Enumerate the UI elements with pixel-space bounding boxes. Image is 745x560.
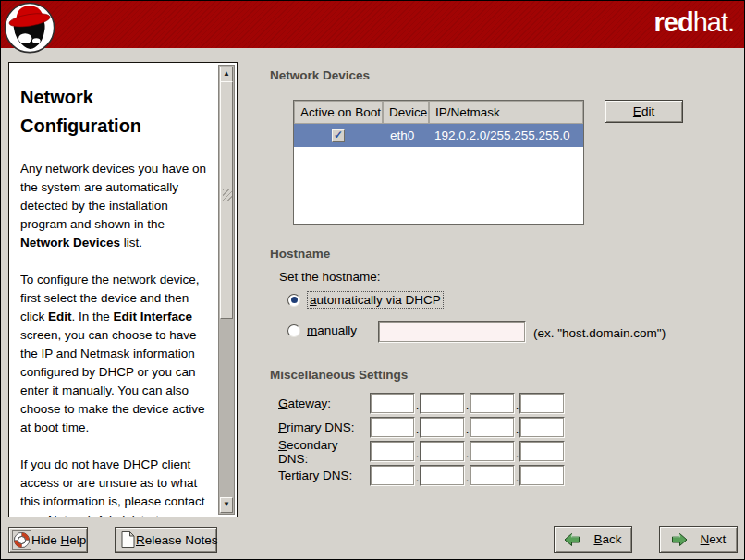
secondary-dns-octet-3[interactable] xyxy=(470,441,515,462)
tertiary-dns-row: Tertiary DNS: . . . xyxy=(278,465,565,486)
edit-button-label: dit xyxy=(641,104,654,118)
help-text: . In the xyxy=(72,310,114,323)
edit-button-mnemonic: E xyxy=(633,104,641,118)
gateway-label-text: ateway: xyxy=(288,396,332,410)
tertiary-dns-mnemonic: T xyxy=(278,469,285,482)
secondary-dns-mnemonic: S xyxy=(278,438,287,452)
network-devices-table: Active on Boot Device IP/Netmask ✓ eth0 … xyxy=(293,100,584,225)
radio-selected-icon[interactable] xyxy=(287,294,300,307)
auto-label-text: utomatically via DHCP xyxy=(317,293,441,307)
gateway-octet-2[interactable] xyxy=(420,393,465,414)
release-notes-label: Release Notes xyxy=(136,533,218,547)
brand-bar xyxy=(1,1,744,48)
secondary-dns-octet-4[interactable] xyxy=(519,441,565,462)
tertiary-dns-label: Tertiary DNS: xyxy=(278,469,370,482)
life-preserver-icon xyxy=(12,530,31,550)
edit-button[interactable]: Edit xyxy=(605,100,683,123)
set-hostname-prompt: Set the hostname: xyxy=(279,270,381,284)
secondary-dns-row: Secondary DNS: . . . xyxy=(278,441,565,462)
active-on-boot-checkbox[interactable]: ✓ xyxy=(332,129,345,142)
table-header-row: Active on Boot Device IP/Netmask xyxy=(294,101,583,124)
manual-label-text: anually xyxy=(317,323,357,337)
hostname-input[interactable] xyxy=(378,321,526,343)
next-arrow-icon xyxy=(671,532,688,547)
gateway-octet-3[interactable] xyxy=(470,393,515,414)
ip-netmask-cell: 192.0.2.0/255.255.255.0 xyxy=(429,128,583,142)
tertiary-dns-octet-1[interactable] xyxy=(370,465,415,486)
release-notes-button[interactable]: Release Notes xyxy=(115,527,217,553)
primary-dns-octet-1[interactable] xyxy=(370,417,415,438)
help-content: Network Configuration Any network device… xyxy=(20,65,212,517)
secondary-dns-label: Secondary DNS: xyxy=(278,438,370,466)
gateway-row: Gateway: . . . xyxy=(278,393,565,414)
secondary-dns-octet-1[interactable] xyxy=(370,441,415,462)
installer-window: redhat. Network Configuration Any networ… xyxy=(0,0,745,560)
primary-dns-mnemonic: P xyxy=(278,420,287,434)
primary-dns-octet-4[interactable] xyxy=(519,417,565,438)
help-text-bold: Network Devices xyxy=(20,236,120,250)
primary-dns-octet-3[interactable] xyxy=(470,417,515,438)
tertiary-dns-octet-3[interactable] xyxy=(470,465,515,486)
secondary-dns-label-text: econdary DNS: xyxy=(278,438,338,466)
help-text: Any network devices you have on the syst… xyxy=(20,162,206,231)
back-label: Back xyxy=(593,532,621,546)
help-scrollbar[interactable]: ▲ ▼ xyxy=(218,65,235,515)
radio-unselected-icon[interactable] xyxy=(287,324,300,337)
help-text-bold: Edit Interface xyxy=(114,310,193,323)
misc-settings-section-label: Miscellaneous Settings xyxy=(270,368,408,382)
hostname-auto-radio-row[interactable]: automatically via DHCP xyxy=(287,291,444,309)
wordmark-light: hat. xyxy=(693,7,734,37)
help-text: list. xyxy=(120,236,142,250)
scroll-down-icon[interactable]: ▼ xyxy=(220,497,233,513)
hide-help-button[interactable]: Hide Help xyxy=(8,527,88,553)
hostname-manual-label[interactable]: manually xyxy=(307,323,357,337)
tertiary-dns-octet-2[interactable] xyxy=(420,465,465,486)
redhat-wordmark: redhat. xyxy=(653,7,734,38)
table-row[interactable]: ✓ eth0 192.0.2.0/255.255.255.0 xyxy=(294,124,583,147)
primary-dns-row: Primary DNS: . . . xyxy=(278,417,565,438)
tertiary-dns-octet-4[interactable] xyxy=(519,465,565,486)
hostname-manual-radio-row[interactable]: manually xyxy=(287,323,357,337)
help-paragraph-1: Any network devices you have on the syst… xyxy=(20,160,212,252)
next-button[interactable]: Next xyxy=(659,526,738,553)
help-text: screen, you can choose to have the IP an… xyxy=(20,328,205,434)
next-label: Next xyxy=(701,532,727,546)
wordmark-bold: red xyxy=(653,7,692,37)
document-icon xyxy=(120,530,136,549)
help-paragraph-2: To configure the network device, first s… xyxy=(20,271,212,437)
help-title: Network Configuration xyxy=(20,83,212,140)
auto-mnemonic: a xyxy=(310,293,317,307)
hostname-section-label: Hostname xyxy=(270,247,330,261)
hostname-example-text: (ex. "host.domain.com") xyxy=(533,326,666,340)
primary-dns-label: Primary DNS: xyxy=(278,420,370,434)
scroll-up-icon[interactable]: ▲ xyxy=(220,67,233,82)
help-paragraph-3: If you do not have DHCP client access or… xyxy=(20,456,212,517)
scrollbar-thumb[interactable] xyxy=(220,81,233,319)
active-on-boot-cell: ✓ xyxy=(294,129,383,142)
gateway-label: Gateway: xyxy=(278,396,370,410)
primary-dns-label-text: rimary DNS: xyxy=(287,420,355,434)
column-header-active-on-boot[interactable]: Active on Boot xyxy=(294,101,383,124)
tertiary-dns-label-text: ertiary DNS: xyxy=(285,469,353,482)
hide-help-label: Hide Help xyxy=(31,533,86,547)
gateway-mnemonic: G xyxy=(278,396,288,410)
back-arrow-icon xyxy=(564,532,580,547)
help-text-bold: Edit xyxy=(48,310,72,323)
device-cell: eth0 xyxy=(383,128,429,142)
manual-mnemonic: m xyxy=(307,323,317,337)
secondary-dns-octet-2[interactable] xyxy=(420,441,465,462)
redhat-shadowman-icon xyxy=(4,2,57,55)
column-header-device[interactable]: Device xyxy=(383,101,429,124)
network-devices-section-label: Network Devices xyxy=(270,68,370,82)
help-panel: Network Configuration Any network device… xyxy=(8,62,238,517)
column-header-ip-netmask[interactable]: IP/Netmask xyxy=(429,101,583,124)
back-button[interactable]: Back xyxy=(554,526,632,553)
scrollbar-grip xyxy=(223,189,232,201)
hostname-auto-label[interactable]: automatically via DHCP xyxy=(307,291,444,309)
gateway-octet-4[interactable] xyxy=(519,393,565,414)
gateway-octet-1[interactable] xyxy=(370,393,415,414)
primary-dns-octet-2[interactable] xyxy=(420,417,465,438)
